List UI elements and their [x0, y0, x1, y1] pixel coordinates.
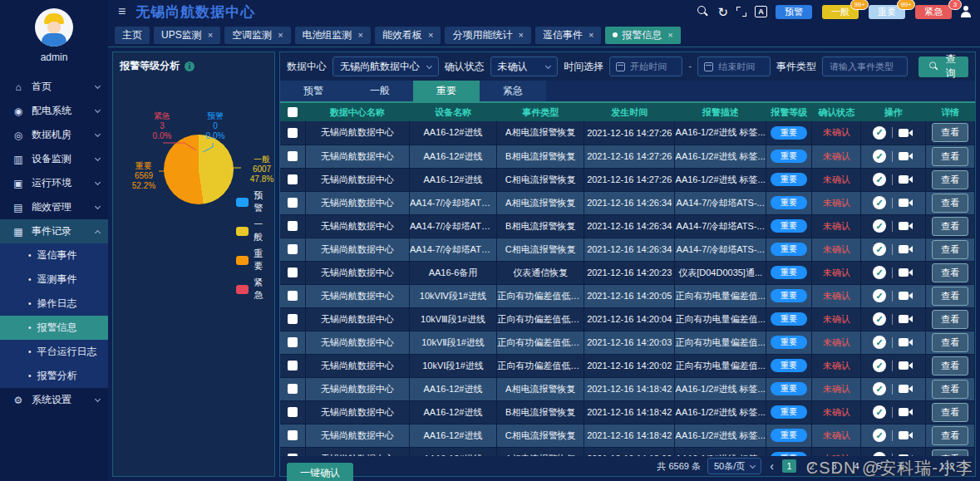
- confirm-icon[interactable]: ✓: [873, 173, 886, 186]
- view-detail-button[interactable]: 查看: [932, 170, 968, 189]
- level-tab[interactable]: 重要: [413, 81, 480, 101]
- sidebar-item[interactable]: ▤能效管理: [0, 195, 108, 219]
- header-tab[interactable]: 报警信息×: [605, 27, 680, 44]
- alert-level-button[interactable]: 紧急3: [915, 5, 952, 19]
- row-checkbox[interactable]: [288, 430, 298, 440]
- confirm-all-button[interactable]: 一键确认: [287, 463, 353, 481]
- sidebar-item[interactable]: ◉配电系统: [0, 99, 108, 123]
- sidebar-item[interactable]: ⌂首页: [0, 75, 108, 99]
- header-tab[interactable]: UPS监测×: [154, 27, 220, 44]
- video-icon[interactable]: [899, 174, 914, 184]
- header-tab[interactable]: 电池组监测×: [295, 27, 371, 44]
- video-icon[interactable]: [899, 430, 914, 440]
- video-icon[interactable]: [899, 267, 914, 277]
- status-select[interactable]: 未确认: [490, 56, 559, 76]
- sidebar-item[interactable]: ⚙系统设置: [0, 388, 108, 412]
- sidebar-subitem[interactable]: •遥测事件: [0, 267, 108, 292]
- row-checkbox[interactable]: [288, 314, 298, 324]
- datacenter-select[interactable]: 无锡尚航数据中心: [332, 56, 439, 76]
- close-icon[interactable]: ×: [358, 30, 363, 40]
- confirm-icon[interactable]: ✓: [873, 126, 886, 140]
- view-detail-button[interactable]: 查看: [932, 147, 968, 166]
- confirm-icon[interactable]: ✓: [873, 336, 886, 349]
- menu-toggle-icon[interactable]: ≡: [118, 5, 126, 18]
- view-detail-button[interactable]: 查看: [932, 240, 968, 259]
- header-tab[interactable]: 遥信事件×: [535, 27, 601, 44]
- sidebar-item[interactable]: ▥设备监测: [0, 147, 108, 171]
- confirm-icon[interactable]: ✓: [873, 405, 886, 419]
- video-icon[interactable]: [899, 151, 914, 161]
- view-detail-button[interactable]: 查看: [932, 356, 968, 375]
- close-icon[interactable]: ×: [588, 30, 593, 40]
- page-number[interactable]: 3: [827, 459, 841, 473]
- view-detail-button[interactable]: 查看: [932, 263, 968, 282]
- video-icon[interactable]: [899, 221, 914, 231]
- view-detail-button[interactable]: 查看: [932, 449, 968, 457]
- row-checkbox[interactable]: [288, 244, 298, 254]
- sidebar-subitem[interactable]: •报警分析: [0, 364, 108, 388]
- close-icon[interactable]: ×: [208, 30, 213, 40]
- close-icon[interactable]: ×: [278, 30, 283, 40]
- page-number[interactable]: 4: [849, 459, 864, 473]
- header-tab[interactable]: 分项用能统计×: [445, 27, 530, 44]
- alert-level-button[interactable]: 重要99+: [869, 5, 905, 19]
- confirm-icon[interactable]: ✓: [873, 382, 886, 395]
- close-icon[interactable]: ×: [518, 30, 523, 40]
- header-tab[interactable]: 空调监测×: [224, 27, 290, 44]
- level-tab[interactable]: 预警: [280, 81, 347, 101]
- close-icon[interactable]: ×: [428, 30, 433, 40]
- header-tab[interactable]: 主页: [115, 27, 150, 44]
- alert-level-button[interactable]: 一般99+: [822, 5, 859, 19]
- prev-page-button[interactable]: ‹: [768, 459, 776, 473]
- user-icon[interactable]: [960, 6, 972, 17]
- row-checkbox[interactable]: [288, 267, 298, 277]
- event-type-field[interactable]: [822, 56, 908, 76]
- confirm-icon[interactable]: ✓: [873, 312, 886, 326]
- view-detail-button[interactable]: 查看: [932, 310, 968, 329]
- select-all-checkbox[interactable]: [288, 107, 298, 117]
- row-checkbox[interactable]: [288, 174, 298, 184]
- view-detail-button[interactable]: 查看: [932, 426, 968, 445]
- sidebar-item[interactable]: ▦事件记录: [0, 219, 108, 243]
- video-icon[interactable]: [899, 384, 914, 394]
- video-icon[interactable]: [899, 291, 914, 301]
- view-detail-button[interactable]: 查看: [932, 287, 968, 306]
- sidebar-subitem[interactable]: •操作日志: [0, 292, 108, 316]
- language-icon[interactable]: A: [755, 6, 767, 17]
- confirm-icon[interactable]: ✓: [873, 359, 886, 372]
- video-icon[interactable]: [899, 337, 914, 347]
- page-number[interactable]: 2: [805, 459, 819, 473]
- view-detail-button[interactable]: 查看: [932, 123, 968, 142]
- video-icon[interactable]: [899, 314, 914, 324]
- confirm-icon[interactable]: ✓: [873, 196, 886, 209]
- page-number[interactable]: 1: [782, 459, 796, 473]
- sidebar-item[interactable]: ▣运行环境: [0, 171, 108, 195]
- view-detail-button[interactable]: 查看: [932, 194, 968, 213]
- end-time-input[interactable]: [718, 61, 764, 71]
- video-icon[interactable]: [899, 361, 914, 371]
- next-page-button[interactable]: ›: [961, 459, 968, 473]
- row-checkbox[interactable]: [288, 337, 298, 347]
- search-button[interactable]: 查询: [918, 56, 968, 77]
- confirm-icon[interactable]: ✓: [873, 243, 886, 256]
- row-checkbox[interactable]: [288, 221, 298, 231]
- view-detail-button[interactable]: 查看: [932, 333, 968, 352]
- info-icon[interactable]: i: [185, 61, 195, 71]
- row-checkbox[interactable]: [288, 407, 298, 417]
- view-detail-button[interactable]: 查看: [932, 403, 968, 422]
- row-checkbox[interactable]: [288, 384, 298, 394]
- start-time-field[interactable]: [609, 56, 682, 76]
- row-checkbox[interactable]: [288, 291, 298, 301]
- alert-level-button[interactable]: 预警: [776, 5, 812, 19]
- fullscreen-icon[interactable]: [736, 7, 746, 17]
- sidebar-subitem[interactable]: •报警信息: [0, 316, 108, 340]
- row-checkbox[interactable]: [288, 128, 298, 138]
- page-size-select[interactable]: 50条/页: [707, 458, 761, 474]
- page-number[interactable]: 132: [939, 459, 954, 473]
- view-detail-button[interactable]: 查看: [932, 217, 968, 236]
- search-icon[interactable]: [697, 6, 709, 17]
- sidebar-item[interactable]: ◎数据机房: [0, 123, 108, 147]
- row-checkbox[interactable]: [288, 198, 298, 208]
- header-tab[interactable]: 能效看板×: [375, 27, 441, 44]
- confirm-icon[interactable]: ✓: [873, 289, 886, 302]
